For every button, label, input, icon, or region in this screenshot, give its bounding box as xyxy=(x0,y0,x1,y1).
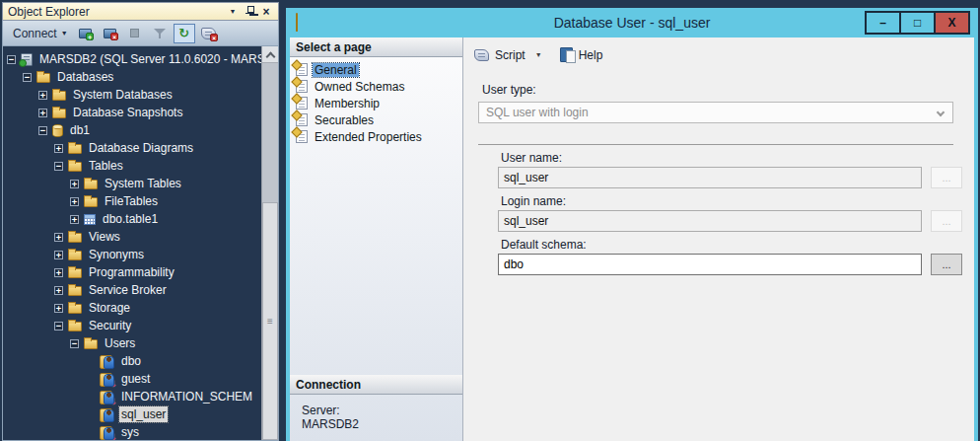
user-disabled-icon: ↓ xyxy=(100,372,114,386)
script-button[interactable]: Script xyxy=(495,48,525,62)
connection-section: Connection Server: MARSDB2 Connection: xyxy=(290,375,462,441)
tree-expander-icon[interactable]: + xyxy=(54,286,63,295)
filter-button[interactable] xyxy=(149,24,171,43)
tree-expander-icon[interactable]: − xyxy=(7,55,16,64)
tree-item-label: Database Diagrams xyxy=(87,140,195,156)
close-button[interactable]: X xyxy=(934,11,970,35)
tree-item-storage[interactable]: +Storage xyxy=(3,299,278,317)
tree-item-system-tables[interactable]: +System Tables xyxy=(3,175,278,192)
tree-item-label: sql_user xyxy=(119,406,168,422)
tree-expander-icon[interactable]: − xyxy=(54,162,63,171)
window-position-icon[interactable]: ▼ xyxy=(226,5,240,19)
page-item-general[interactable]: General xyxy=(292,61,460,78)
page-icon xyxy=(296,113,308,126)
tree-item-dbo[interactable]: dbo xyxy=(3,352,278,370)
tree-item-label: Databases xyxy=(55,69,115,85)
pin-icon[interactable] xyxy=(243,5,256,19)
default-schema-browse-button[interactable]: ... xyxy=(931,254,962,275)
default-schema-input[interactable] xyxy=(498,254,922,275)
page-item-extended-properties[interactable]: Extended Properties xyxy=(292,128,460,145)
tree-item-label: Views xyxy=(87,229,122,245)
tree-expander-icon[interactable]: + xyxy=(54,268,63,277)
tree-expander-icon[interactable]: − xyxy=(54,322,63,331)
tree-item-sql-user[interactable]: sql_user xyxy=(3,405,278,423)
tree-expander-icon[interactable]: + xyxy=(70,180,79,188)
tree-scrollbar[interactable]: ≡ xyxy=(261,46,278,440)
connect-button[interactable]: Connect ▼ xyxy=(9,25,72,42)
folder-icon xyxy=(84,339,98,349)
user-name-input[interactable] xyxy=(498,167,922,188)
minimize-button[interactable]: – xyxy=(865,11,901,35)
tree-item-dbo-table1[interactable]: +dbo.table1 xyxy=(3,210,278,228)
tree-item-db1[interactable]: −db1 xyxy=(3,121,278,139)
tree-expander-icon[interactable]: + xyxy=(38,91,47,100)
tree-item-security[interactable]: −Security xyxy=(3,317,278,334)
tree-expander-icon[interactable]: − xyxy=(70,339,79,348)
page-item-label: General xyxy=(313,63,359,77)
tree-item-label: guest xyxy=(119,371,152,387)
script-options-button[interactable]: × xyxy=(198,24,220,43)
tree-item-marsdb2-sql-server-11-0-6020-marsd[interactable]: −MARSDB2 (SQL Server 11.0.6020 - MARSD xyxy=(3,50,278,68)
tree-item-tables[interactable]: −Tables xyxy=(3,157,278,175)
connect-server-button[interactable]: + xyxy=(75,24,97,43)
page-item-securables[interactable]: Securables xyxy=(292,111,460,128)
page-icon xyxy=(296,97,308,110)
tree-item-filetables[interactable]: +FileTables xyxy=(3,192,278,210)
tree-item-synonyms[interactable]: +Synonyms xyxy=(3,246,278,263)
tree-item-system-databases[interactable]: +System Databases xyxy=(3,86,278,104)
refresh-button[interactable]: ↻ xyxy=(174,24,195,43)
tree-expander-icon[interactable]: + xyxy=(54,251,63,259)
tree-item-label: Tables xyxy=(87,158,125,174)
maximize-button[interactable]: □ xyxy=(899,11,936,35)
tree-expander-icon[interactable]: + xyxy=(70,215,79,224)
tree-item-information-schem[interactable]: ↓INFORMATION_SCHEM xyxy=(3,388,278,405)
user-type-combobox[interactable]: SQL user with login xyxy=(478,102,953,123)
tree-item-sys[interactable]: ↓sys xyxy=(3,423,278,441)
tree-item-views[interactable]: +Views xyxy=(3,228,278,246)
tree-expander-icon[interactable]: − xyxy=(38,126,47,135)
tree-item-label: Storage xyxy=(87,300,132,316)
user-name-browse-button[interactable]: ... xyxy=(931,167,962,188)
help-button[interactable]: Help xyxy=(579,48,603,62)
tree-item-service-broker[interactable]: +Service Broker xyxy=(3,281,278,299)
chevron-down-icon: ▼ xyxy=(61,30,68,37)
separator xyxy=(478,144,953,145)
tree-expander-icon[interactable]: + xyxy=(54,144,63,153)
stop-button[interactable] xyxy=(124,24,146,43)
tree-item-users[interactable]: −Users xyxy=(3,334,278,352)
folder-icon xyxy=(68,233,82,243)
page-item-owned-schemas[interactable]: Owned Schemas xyxy=(292,78,460,95)
login-name-input[interactable] xyxy=(498,210,922,232)
tree-item-database-snapshots[interactable]: +Database Snapshots xyxy=(3,104,278,121)
tree-item-programmability[interactable]: +Programmability xyxy=(3,263,278,281)
tree-expander-icon[interactable]: − xyxy=(23,73,32,82)
tree-item-label: Database Snapshots xyxy=(71,105,184,120)
scrollbar-thumb[interactable]: ≡ xyxy=(262,202,278,440)
close-icon[interactable]: × xyxy=(259,5,273,19)
page-item-membership[interactable]: Membership xyxy=(292,95,460,111)
disconnect-server-button[interactable]: × xyxy=(100,24,121,43)
tree-item-databases[interactable]: −Databases xyxy=(3,68,278,86)
user-type-label: User type: xyxy=(482,83,536,97)
scroll-up-icon[interactable] xyxy=(262,46,278,63)
folder-icon xyxy=(52,109,66,118)
tree-rows: −MARSDB2 (SQL Server 11.0.6020 - MARSD−D… xyxy=(3,50,278,441)
tree-item-label: Security xyxy=(87,318,133,333)
window-buttons: – □ X xyxy=(867,11,970,35)
help-icon xyxy=(560,47,573,62)
tree-expander-icon[interactable]: + xyxy=(54,304,63,313)
dialog-titlebar[interactable]: Database User - sql_user – □ X xyxy=(286,8,978,37)
tree-item-database-diagrams[interactable]: +Database Diagrams xyxy=(3,139,278,157)
tree-expander-icon[interactable]: + xyxy=(38,109,47,117)
connection-header: Connection xyxy=(290,375,462,395)
tree-expander-icon[interactable]: + xyxy=(70,197,79,206)
script-icon: × xyxy=(201,28,216,39)
login-name-browse-button[interactable]: ... xyxy=(931,210,962,232)
tree-expander-icon[interactable]: + xyxy=(54,233,63,242)
default-schema-label: Default schema: xyxy=(501,238,587,252)
page-list: GeneralOwned SchemasMembershipSecurables… xyxy=(290,57,462,149)
tree-item-guest[interactable]: ↓guest xyxy=(3,370,278,388)
chevron-down-icon[interactable]: ▼ xyxy=(535,51,542,58)
dialog-body: Select a page GeneralOwned SchemasMember… xyxy=(290,37,974,441)
select-a-page-pane: Select a page GeneralOwned SchemasMember… xyxy=(290,37,463,441)
